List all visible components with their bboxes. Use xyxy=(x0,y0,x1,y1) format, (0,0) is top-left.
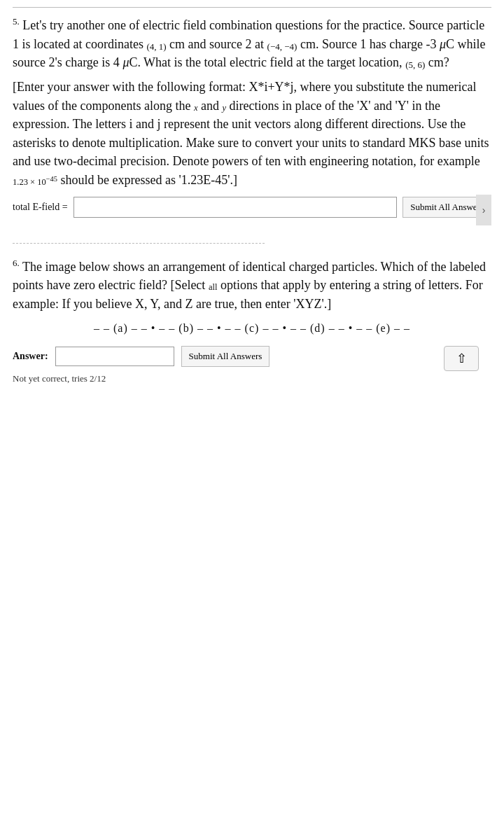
q5-answer-label: total E-field = xyxy=(13,202,68,213)
q5-text-2: cm and source 2 at xyxy=(167,37,267,51)
q6-bottom-row: Answer: Submit All Answers Not yet corre… xyxy=(13,346,491,384)
q5-format-3: should be expressed as '1.23E-45'.] xyxy=(57,173,237,187)
q6-answer-bottom-row: Answer: Submit All Answers xyxy=(13,346,270,367)
question-5-block: 5. Let's try another one of electric fie… xyxy=(13,15,491,223)
scroll-up-button[interactable]: ⇧ xyxy=(444,346,479,371)
q5-format-block: [Enter your answer with the following fo… xyxy=(13,78,491,190)
top-divider xyxy=(13,7,491,8)
q6-not-yet-text: Not yet correct, tries 2/12 xyxy=(13,373,270,384)
q6-answer-label: Answer: xyxy=(13,351,48,362)
q5-format-example: 1.23 × 10−45 xyxy=(13,177,57,187)
question-5-number: 5. xyxy=(13,16,20,27)
q5-format-and: and xyxy=(198,99,223,113)
q5-answer-input[interactable] xyxy=(74,197,398,218)
section-divider xyxy=(13,243,265,244)
q6-text: 6. The image below shows an arrangement … xyxy=(13,256,491,314)
q5-format-x: x xyxy=(194,103,198,113)
q5-chevron-right[interactable]: › xyxy=(476,195,491,225)
q6-diagram-text: – – (a) – – • – – (b) – – • – – (c) – – … xyxy=(94,322,410,335)
q6-answer-input[interactable] xyxy=(55,347,174,366)
q6-bottom-left: Answer: Submit All Answers Not yet corre… xyxy=(13,346,270,384)
q5-answer-row-wrapper: total E-field = Submit All Answers › xyxy=(13,197,491,223)
question-6-block: 6. The image below shows an arrangement … xyxy=(13,256,491,384)
q5-format-y: y xyxy=(223,103,227,113)
q5-coords-2: (−4, −4) xyxy=(267,41,298,52)
q6-number: 6. xyxy=(13,258,20,268)
q6-submit-button[interactable]: Submit All Answers xyxy=(181,346,270,367)
scroll-up-icon: ⇧ xyxy=(456,351,467,366)
q5-coords-1: (4, 1) xyxy=(146,41,166,52)
q6-diagram: – – (a) – – • – – (b) – – • – – (c) – – … xyxy=(13,322,491,335)
q5-text-4: cm? xyxy=(425,55,449,69)
q6-all-small: all xyxy=(209,282,218,292)
q5-answer-row: total E-field = Submit All Answers xyxy=(13,197,491,218)
question-5-text: 5. Let's try another one of electric fie… xyxy=(13,15,491,72)
page-container: 5. Let's try another one of electric fie… xyxy=(0,0,504,411)
q5-coords-3: (5, 6) xyxy=(405,60,425,70)
